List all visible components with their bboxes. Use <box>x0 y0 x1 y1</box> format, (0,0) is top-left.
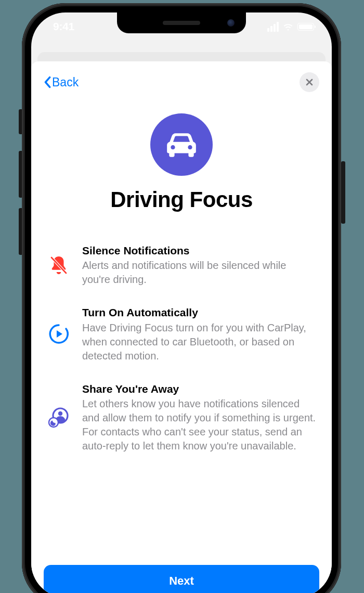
feature-desc: Alerts and notifications will be silence… <box>82 259 316 287</box>
next-button[interactable]: Next <box>44 565 319 593</box>
play-circle-icon <box>47 323 71 345</box>
feature-silence-notifications: Silence Notifications Alerts and notific… <box>47 243 316 287</box>
feature-list: Silence Notifications Alerts and notific… <box>44 243 319 453</box>
feature-share-away: Share You're Away Let others know you ha… <box>47 382 316 453</box>
feature-desc: Have Driving Focus turn on for you with … <box>82 321 316 363</box>
status-time: 9:41 <box>53 20 74 33</box>
power-button <box>341 161 345 224</box>
svg-point-3 <box>58 411 62 416</box>
front-camera <box>227 19 235 27</box>
next-label: Next <box>169 574 194 588</box>
bell-slash-icon <box>47 254 71 276</box>
hero: Driving Focus <box>44 113 319 212</box>
phone-frame: 9:41 Back <box>22 3 341 593</box>
feature-turn-on-automatically: Turn On Automatically Have Driving Focus… <box>47 305 316 363</box>
cellular-icon <box>267 22 279 32</box>
close-button[interactable] <box>300 72 319 92</box>
feature-title: Share You're Away <box>82 382 316 396</box>
speaker-grille <box>163 21 200 25</box>
person-moon-icon <box>47 406 71 428</box>
sheet-header: Back <box>44 71 319 94</box>
status-indicators <box>267 22 314 32</box>
feature-title: Turn On Automatically <box>82 305 316 319</box>
feature-title: Silence Notifications <box>82 243 316 257</box>
battery-icon <box>297 23 314 31</box>
back-button[interactable]: Back <box>44 75 79 89</box>
screen: 9:41 Back <box>31 12 332 593</box>
chevron-left-icon <box>44 76 51 88</box>
feature-desc: Let others know you have notifications s… <box>82 397 316 453</box>
back-label: Back <box>52 75 79 89</box>
notch <box>117 12 246 33</box>
car-icon <box>164 131 199 159</box>
close-icon <box>305 78 314 86</box>
wifi-icon <box>282 22 294 31</box>
page-title: Driving Focus <box>110 187 253 212</box>
modal-sheet: Back Driving Focus <box>31 61 332 593</box>
focus-icon-badge <box>150 113 213 176</box>
